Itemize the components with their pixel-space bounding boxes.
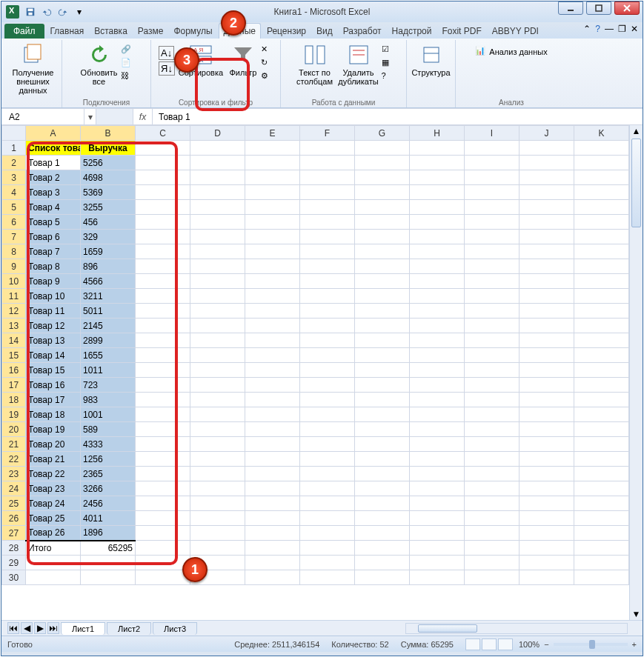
cell-I7[interactable] [465,230,519,244]
row-head-4[interactable]: 4 [2,185,26,200]
cell-G27[interactable] [355,526,410,541]
mdi-restore-icon[interactable]: ❐ [618,24,626,34]
cell-C2[interactable] [136,156,190,170]
cell-E18[interactable] [245,393,300,407]
cell-H21[interactable] [410,437,465,452]
row-head-2[interactable]: 2 [2,156,26,170]
cell-G4[interactable] [355,185,410,200]
cell-J6[interactable] [519,215,574,230]
cell-D16[interactable] [190,363,245,378]
cell-I14[interactable] [465,333,519,348]
cell-K21[interactable] [574,437,629,452]
cell-D14[interactable] [190,333,245,348]
cell-E25[interactable] [245,496,300,511]
cell-K20[interactable] [574,422,629,437]
cell-D18[interactable] [190,393,245,407]
scroll-thumb[interactable] [631,139,641,227]
vertical-scrollbar[interactable]: ▲ ▼ [629,125,643,620]
cell-E26[interactable] [245,511,300,526]
row-head-28[interactable]: 28 [2,541,26,556]
cell-B6[interactable]: 456 [81,215,136,230]
cell-H15[interactable] [410,348,465,363]
cell-E28[interactable] [245,541,300,556]
cell-C8[interactable] [136,244,190,259]
cell-F30[interactable] [300,570,355,585]
cell-A9[interactable]: Товар 8 [26,259,81,274]
cell-D1[interactable] [190,141,245,156]
cell-K9[interactable] [574,259,629,274]
cell-E3[interactable] [245,170,300,185]
cell-D4[interactable] [190,185,245,200]
cell-I21[interactable] [465,437,519,452]
cell-J10[interactable] [519,274,574,289]
cell-I20[interactable] [465,422,519,437]
cell-F26[interactable] [300,511,355,526]
cell-F29[interactable] [300,556,355,570]
col-head-B[interactable]: B [81,126,136,141]
cell-A3[interactable]: Товар 2 [26,170,81,185]
cell-B2[interactable]: 5256 [81,156,136,170]
cell-I2[interactable] [465,156,519,170]
select-all-cell[interactable] [2,126,26,141]
sort-button[interactable]: А ЯЯ А Сортировка [176,41,225,77]
cell-C12[interactable] [136,304,190,319]
cell-F6[interactable] [300,215,355,230]
cell-B16[interactable]: 1011 [81,363,136,378]
cell-J16[interactable] [519,363,574,378]
cell-H29[interactable] [410,556,465,570]
cell-E16[interactable] [245,363,300,378]
cell-G23[interactable] [355,467,410,481]
cell-H6[interactable] [410,215,465,230]
cell-I3[interactable] [465,170,519,185]
cell-H13[interactable] [410,319,465,333]
cell-J25[interactable] [519,496,574,511]
remove-duplicates-button[interactable]: Удалить дубликаты [337,41,380,86]
zoom-out-icon[interactable]: − [544,640,548,649]
cell-G5[interactable] [355,200,410,215]
cell-I24[interactable] [465,481,519,496]
cell-E8[interactable] [245,244,300,259]
sort-desc-button[interactable]: Я↓ [159,61,175,76]
cell-D25[interactable] [190,496,245,511]
cell-H17[interactable] [410,378,465,393]
data-analysis-button[interactable]: 📊 Анализ данных [475,41,547,58]
cell-G29[interactable] [355,556,410,570]
cell-E19[interactable] [245,407,300,422]
cell-H20[interactable] [410,422,465,437]
cell-F1[interactable] [300,141,355,156]
cell-B19[interactable]: 1001 [81,407,136,422]
cell-B20[interactable]: 589 [81,422,136,437]
sheet-tab-Лист3[interactable]: Лист3 [153,622,197,635]
cell-F14[interactable] [300,333,355,348]
mdi-close-icon[interactable]: ✕ [631,24,638,34]
cell-B9[interactable]: 896 [81,259,136,274]
cell-F21[interactable] [300,437,355,452]
reapply-button[interactable]: ↻ [261,58,273,70]
redo-icon[interactable] [56,5,70,19]
cell-B18[interactable]: 983 [81,393,136,407]
cell-F2[interactable] [300,156,355,170]
cell-K5[interactable] [574,200,629,215]
cell-H28[interactable] [410,541,465,556]
cell-G15[interactable] [355,348,410,363]
cell-A23[interactable]: Товар 22 [26,467,81,481]
row-head-26[interactable]: 26 [2,511,26,526]
cell-E7[interactable] [245,230,300,244]
refresh-all-button[interactable]: Обновить все [81,41,118,86]
cell-J13[interactable] [519,319,574,333]
cell-J17[interactable] [519,378,574,393]
cell-F13[interactable] [300,319,355,333]
cell-I17[interactable] [465,378,519,393]
row-head-24[interactable]: 24 [2,481,26,496]
cell-J26[interactable] [519,511,574,526]
cell-K4[interactable] [574,185,629,200]
cell-G2[interactable] [355,156,410,170]
cell-E23[interactable] [245,467,300,481]
cell-K11[interactable] [574,289,629,304]
cell-K19[interactable] [574,407,629,422]
scroll-down-icon[interactable]: ▼ [630,608,643,620]
cell-J15[interactable] [519,348,574,363]
cell-D24[interactable] [190,481,245,496]
cell-B22[interactable]: 1256 [81,452,136,467]
col-head-J[interactable]: J [519,126,574,141]
